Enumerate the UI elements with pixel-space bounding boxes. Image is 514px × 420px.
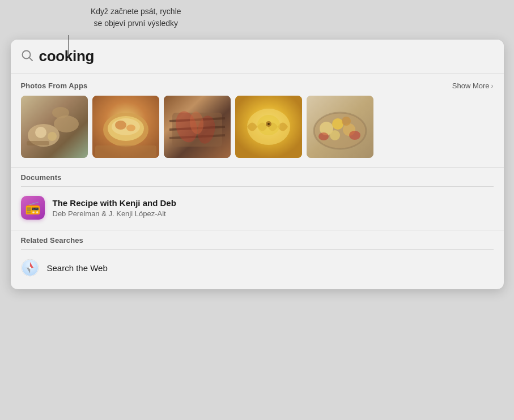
photos-section-header: Photos From Apps Show More › xyxy=(21,82,494,90)
svg-point-16 xyxy=(126,125,135,131)
divider-4 xyxy=(21,249,494,250)
photo-thumb-2[interactable] xyxy=(92,96,159,158)
svg-point-5 xyxy=(54,115,79,132)
photo-thumb-5[interactable] xyxy=(307,96,373,158)
podcast-icon: 📻 xyxy=(21,196,45,220)
chevron-right-icon: › xyxy=(491,82,494,90)
related-item-label: Search the Web xyxy=(47,263,108,273)
svg-point-6 xyxy=(35,127,46,138)
documents-section-title: Documents xyxy=(21,173,494,182)
svg-point-42 xyxy=(318,132,329,140)
tooltip-line2: se objeví první výsledky xyxy=(94,19,178,28)
svg-line-1 xyxy=(29,58,32,61)
search-input[interactable] xyxy=(39,48,494,65)
svg-point-15 xyxy=(115,121,126,130)
svg-point-7 xyxy=(48,132,57,141)
svg-point-41 xyxy=(349,131,360,140)
search-icon xyxy=(21,49,33,63)
photo-thumb-1[interactable] xyxy=(21,96,88,158)
document-text: The Recipe with Kenji and Deb Deb Perelm… xyxy=(53,198,494,218)
related-section-title: Related Searches xyxy=(21,236,494,245)
photos-grid xyxy=(21,96,494,161)
photos-section-title: Photos From Apps xyxy=(21,82,88,90)
tooltip-line1: Když začnete psát, rychle xyxy=(91,7,181,16)
document-title: The Recipe with Kenji and Deb xyxy=(53,198,494,209)
tooltip: Když začnete psát, rychle se objeví prvn… xyxy=(91,6,181,29)
svg-point-37 xyxy=(332,118,343,130)
document-subtitle: Deb Perelman & J. Kenji López-Alt xyxy=(53,209,494,218)
svg-point-39 xyxy=(330,130,340,140)
search-bar xyxy=(11,40,504,74)
photo-thumb-4[interactable] xyxy=(235,96,302,158)
related-section: Related Searches xyxy=(11,230,504,289)
svg-rect-17 xyxy=(95,145,156,158)
svg-rect-8 xyxy=(27,141,49,145)
document-item-0[interactable]: 📻 The Recipe with Kenji and Deb Deb Pere… xyxy=(21,191,494,224)
svg-point-50 xyxy=(29,267,31,269)
divider-2 xyxy=(21,186,494,187)
show-more-button[interactable]: Show More › xyxy=(452,82,494,90)
tooltip-pointer-line xyxy=(68,35,69,57)
svg-point-40 xyxy=(342,117,351,126)
safari-icon xyxy=(21,259,39,277)
related-item-0[interactable]: Search the Web xyxy=(21,254,494,281)
photo-thumb-3[interactable] xyxy=(164,96,231,158)
svg-point-32 xyxy=(267,123,270,125)
documents-section: Documents 📻 The Recipe with Kenji and De… xyxy=(11,168,504,230)
search-panel: Photos From Apps Show More › xyxy=(11,40,504,289)
photos-section: Photos From Apps Show More › xyxy=(11,74,504,167)
svg-point-9 xyxy=(52,107,69,118)
